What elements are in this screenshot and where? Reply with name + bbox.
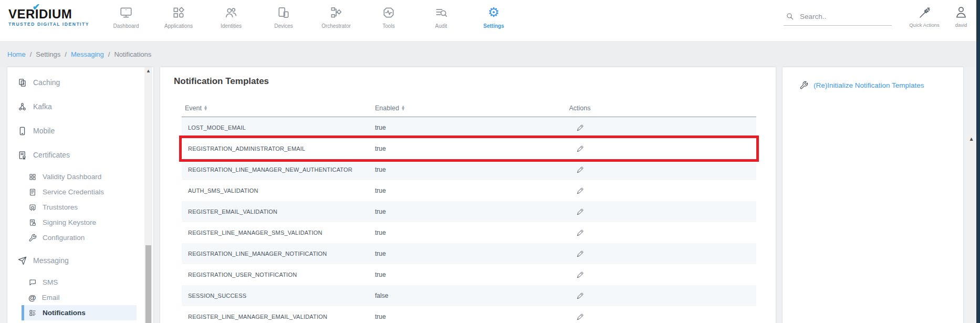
breadcrumb-item-home[interactable]: Home bbox=[7, 50, 26, 58]
enabled-cell: true bbox=[375, 208, 475, 215]
user-avatar-icon bbox=[947, 5, 975, 19]
actions-panel: (Re)Initialize Notification Templates bbox=[783, 67, 963, 323]
nav-label-dashboard: Dashboard bbox=[113, 23, 139, 29]
nav-item-settings[interactable]: ⚙Settings bbox=[467, 4, 520, 29]
column-label: Event bbox=[185, 105, 202, 112]
sidebar-item-messaging[interactable]: Messaging bbox=[7, 248, 137, 273]
nav-item-dashboard[interactable]: Dashboard bbox=[100, 4, 152, 29]
edit-button[interactable] bbox=[575, 312, 585, 322]
event-cell: REGISTRATION_LINE_MANAGER_NEW_AUTHENTICA… bbox=[182, 166, 375, 173]
search-input[interactable] bbox=[800, 13, 884, 20]
sidebar-scrollbar-thumb[interactable] bbox=[145, 245, 151, 323]
nav-label-orchestrator: Orchestrator bbox=[321, 23, 351, 29]
sidebar-item-email[interactable]: @Email bbox=[22, 290, 137, 305]
settings-menu: CachingKafkaMobileCertificatesValidity D… bbox=[7, 67, 137, 320]
nav-item-orchestrator[interactable]: Orchestrator bbox=[310, 4, 362, 29]
sidebar-item-label: Configuration bbox=[43, 234, 85, 242]
table-header-row: Event▲▼Enabled▲▼Actions bbox=[182, 99, 756, 117]
sidebar-item-label: Truststores bbox=[43, 203, 78, 211]
sidebar-item-notifications[interactable]: Notifications bbox=[22, 305, 137, 320]
edit-button[interactable] bbox=[575, 123, 585, 133]
logo-wordmark: VER✔IDIUM bbox=[8, 7, 89, 21]
identities-icon bbox=[224, 6, 238, 19]
global-search bbox=[784, 12, 892, 26]
reinitialize-templates-label: (Re)Initialize Notification Templates bbox=[814, 81, 924, 89]
pencil-icon bbox=[576, 271, 584, 279]
app-header: VER✔IDIUM TRUSTED DIGITAL IDENTITY Dashb… bbox=[0, 0, 976, 41]
pencil-icon bbox=[576, 313, 584, 321]
nav-label-applications: Applications bbox=[164, 23, 193, 29]
edit-button[interactable] bbox=[575, 291, 585, 301]
nav-label-identities: Identities bbox=[221, 23, 242, 29]
event-cell: REGISTER_LINE_MANAGER_SMS_VALIDATION bbox=[182, 230, 375, 236]
edit-button[interactable] bbox=[575, 270, 585, 280]
column-label: Enabled bbox=[375, 105, 399, 112]
edit-button[interactable] bbox=[575, 186, 585, 196]
nav-item-devices[interactable]: Devices bbox=[257, 4, 310, 29]
column-header-event[interactable]: Event▲▼ bbox=[182, 105, 375, 112]
breadcrumb-separator: / bbox=[108, 50, 110, 58]
sidebar-item-signing-keystore[interactable]: Signing Keystore bbox=[22, 215, 137, 230]
veridium-logo[interactable]: VER✔IDIUM TRUSTED DIGITAL IDENTITY bbox=[8, 7, 89, 27]
sidebar-item-certificates[interactable]: Certificates bbox=[7, 143, 137, 167]
pencil-icon bbox=[576, 124, 584, 132]
sidebar-item-label: Certificates bbox=[33, 151, 70, 159]
event-cell: REGISTER_EMAIL_VALIDATION bbox=[182, 209, 375, 215]
edit-button[interactable] bbox=[575, 144, 585, 154]
scroll-up-icon[interactable]: ▲ bbox=[966, 134, 976, 143]
enabled-cell: true bbox=[375, 187, 475, 194]
event-cell: REGISTRATION_LINE_MANAGER_NOTIFICATION bbox=[182, 251, 375, 257]
devices-icon bbox=[277, 6, 290, 19]
enabled-cell: true bbox=[375, 166, 475, 173]
user-menu-button[interactable]: david bbox=[947, 5, 975, 28]
notification-templates-table: Event▲▼Enabled▲▼Actions LOST_MODE_EMAILt… bbox=[182, 99, 756, 323]
paper-plane-icon bbox=[17, 256, 27, 266]
nav-item-identities[interactable]: Identities bbox=[205, 4, 257, 29]
edit-button[interactable] bbox=[575, 249, 585, 259]
table-body: LOST_MODE_EMAILtrueREGISTRATION_ADMINIST… bbox=[182, 117, 756, 323]
enabled-cell: true bbox=[375, 313, 475, 320]
edit-button[interactable] bbox=[575, 228, 585, 238]
wrench-icon bbox=[799, 81, 808, 90]
kafka-icon bbox=[17, 102, 27, 112]
page-scrollbar[interactable]: ▲ bbox=[966, 134, 976, 323]
enabled-cell: true bbox=[375, 145, 475, 152]
sidebar-item-truststores[interactable]: Truststores bbox=[22, 200, 137, 215]
breadcrumb-item-messaging[interactable]: Messaging bbox=[71, 50, 104, 58]
enabled-cell: true bbox=[375, 229, 475, 236]
sort-icon[interactable]: ▲▼ bbox=[402, 106, 404, 111]
sidebar-item-mobile[interactable]: Mobile bbox=[7, 119, 137, 143]
nav-item-tools[interactable]: Tools bbox=[362, 4, 415, 29]
sidebar-item-service-credentials[interactable]: Service Credentials bbox=[22, 184, 137, 200]
sidebar-item-label: Signing Keystore bbox=[43, 218, 96, 226]
pencil-icon bbox=[576, 208, 584, 216]
scroll-up-icon[interactable]: ▲ bbox=[144, 67, 152, 75]
event-cell: AUTH_SMS_VALIDATION bbox=[182, 187, 375, 194]
nav-item-audit[interactable]: Audit bbox=[415, 4, 467, 29]
breadcrumb-separator: / bbox=[65, 50, 67, 58]
quick-actions-button[interactable]: Quick Actions bbox=[903, 6, 945, 28]
sidebar-item-validity-dashboard[interactable]: Validity Dashboard bbox=[22, 169, 137, 184]
logo-tagline: TRUSTED DIGITAL IDENTITY bbox=[8, 22, 89, 27]
edit-button[interactable] bbox=[575, 165, 585, 175]
pencil-icon bbox=[576, 187, 584, 195]
sidebar-item-label: SMS bbox=[43, 278, 58, 286]
column-header-enabled[interactable]: Enabled▲▼ bbox=[375, 105, 475, 112]
notification-templates-panel: Notification Templates Event▲▼Enabled▲▼A… bbox=[160, 67, 776, 323]
reinitialize-templates-link[interactable]: (Re)Initialize Notification Templates bbox=[799, 81, 924, 90]
sidebar-item-kafka[interactable]: Kafka bbox=[7, 95, 137, 119]
sidebar-item-label: Email bbox=[42, 294, 60, 301]
sort-icon[interactable]: ▲▼ bbox=[204, 106, 207, 111]
nav-item-applications[interactable]: Applications bbox=[152, 4, 205, 29]
nav-label-audit: Audit bbox=[435, 23, 447, 29]
sidebar-item-sms[interactable]: SMS bbox=[22, 275, 137, 290]
table-row-registration_line_manager_new_authenticator: REGISTRATION_LINE_MANAGER_NEW_AUTHENTICA… bbox=[182, 159, 756, 180]
edit-button[interactable] bbox=[575, 207, 585, 217]
orchestrator-icon bbox=[329, 6, 343, 19]
table-row-lost_mode_email: LOST_MODE_EMAILtrue bbox=[182, 117, 756, 138]
sidebar-item-configuration[interactable]: Configuration bbox=[22, 230, 137, 245]
sidebar-item-label: Notifications bbox=[43, 309, 86, 317]
sidebar-item-caching[interactable]: Caching bbox=[7, 70, 137, 95]
safe-icon bbox=[28, 203, 37, 212]
sidebar-scrollbar[interactable]: ▲ bbox=[144, 67, 152, 323]
